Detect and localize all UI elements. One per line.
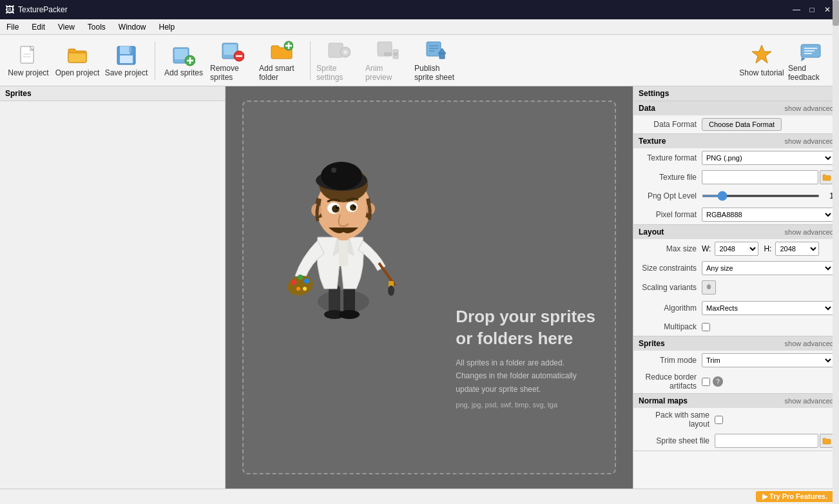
save-project-icon bbox=[115, 44, 138, 67]
show-tutorial-button[interactable]: Show tutorial bbox=[738, 37, 785, 84]
save-project-label: Save project bbox=[105, 68, 148, 77]
svg-point-52 bbox=[303, 287, 307, 291]
menu-help[interactable]: Help bbox=[153, 19, 182, 34]
open-project-button[interactable]: Open project bbox=[54, 37, 101, 84]
choose-data-format-btn[interactable]: Choose Data Format bbox=[702, 118, 782, 131]
normal-maps-show-advanced[interactable]: show advanced bbox=[785, 397, 834, 405]
svg-point-65 bbox=[337, 206, 338, 207]
add-smart-folder-button[interactable]: Add smart folder bbox=[258, 37, 305, 84]
canvas-area[interactable]: Drop your spritesor folders here All spr… bbox=[226, 86, 633, 489]
sprites-show-advanced[interactable]: show advanced bbox=[785, 340, 834, 347]
remove-sprites-label: Remove sprites bbox=[210, 64, 255, 82]
sprite-sheet-file-input[interactable] bbox=[715, 434, 818, 448]
pixel-format-select[interactable]: RGBA8888 RGB888 RGBA4444 RGB565 RGBA5551 bbox=[702, 208, 834, 222]
show-tutorial-icon bbox=[750, 44, 773, 67]
send-feedback-button[interactable]: Send feedback bbox=[787, 37, 834, 84]
remove-sprites-button[interactable]: Remove sprites bbox=[209, 37, 256, 84]
save-project-button[interactable]: Save project bbox=[103, 37, 149, 84]
png-opt-level-slider[interactable] bbox=[702, 195, 820, 197]
menu-edit[interactable]: Edit bbox=[25, 19, 52, 34]
data-show-advanced[interactable]: show advanced bbox=[785, 104, 834, 112]
add-sprites-button[interactable]: Add sprites bbox=[160, 37, 207, 84]
size-constraints-select[interactable]: Any size Power of 2 Square bbox=[702, 261, 834, 275]
svg-marker-34 bbox=[801, 57, 805, 61]
multipack-checkbox[interactable] bbox=[702, 323, 710, 331]
anim-preview-button: Anim preview bbox=[365, 37, 411, 84]
texture-format-select[interactable]: PNG (.png) JPG (.jpg) BMP (.bmp) TGA (.t… bbox=[702, 151, 834, 165]
sprites-list[interactable] bbox=[0, 101, 225, 489]
layout-show-advanced[interactable]: show advanced bbox=[785, 228, 834, 236]
maximize-btn[interactable]: □ bbox=[805, 3, 818, 16]
texture-file-input[interactable] bbox=[702, 170, 818, 184]
max-size-h-label: H: bbox=[764, 244, 771, 253]
svg-point-51 bbox=[296, 287, 300, 291]
algorithm-control: MaxRects Basic Grid Polygon bbox=[702, 301, 834, 315]
open-project-icon bbox=[66, 44, 89, 67]
layout-section-header: Layout show advanced bbox=[633, 225, 839, 239]
menu-view[interactable]: View bbox=[52, 19, 81, 34]
svg-point-58 bbox=[331, 168, 336, 173]
sprite-sheet-file-folder-btn[interactable] bbox=[820, 434, 834, 448]
settings-scrollbar-track[interactable] bbox=[833, 86, 839, 489]
add-smart-folder-icon bbox=[270, 39, 293, 63]
toolbar-separator-1 bbox=[155, 41, 155, 80]
add-smart-folder-label: Add smart folder bbox=[259, 64, 304, 82]
data-section-label: Data bbox=[639, 104, 655, 113]
drop-title: Drop your spritesor folders here bbox=[456, 306, 595, 350]
character-illustration bbox=[282, 128, 405, 329]
menu-tools[interactable]: Tools bbox=[81, 19, 112, 34]
remove-sprites-icon bbox=[221, 39, 244, 63]
texture-file-folder-btn[interactable] bbox=[820, 170, 834, 184]
pack-same-layout-control bbox=[715, 416, 834, 424]
png-opt-level-row: Png Opt Level 1 bbox=[633, 187, 839, 205]
canvas-inner[interactable]: Drop your spritesor folders here All spr… bbox=[242, 101, 616, 474]
pack-same-layout-label: Pack with same layout bbox=[639, 411, 709, 429]
minimize-btn[interactable]: — bbox=[790, 3, 803, 16]
anim-preview-label: Anim preview bbox=[365, 64, 410, 82]
sprites-header: Sprites bbox=[0, 86, 225, 101]
sprite-settings-label: Sprite settings bbox=[316, 64, 362, 82]
publish-sprite-sheet-button[interactable]: Publish sprite sheet bbox=[414, 37, 460, 84]
svg-rect-27 bbox=[427, 42, 441, 56]
normal-maps-section: Normal maps show advanced Pack with same… bbox=[633, 394, 839, 451]
texture-show-advanced[interactable]: show advanced bbox=[785, 137, 834, 145]
max-size-w-select[interactable]: 1282565121024 204840968192 bbox=[715, 242, 758, 256]
texture-section-label: Texture bbox=[639, 137, 666, 146]
svg-point-66 bbox=[354, 204, 356, 206]
sprites-section-header: Sprites show advanced bbox=[633, 336, 839, 351]
add-sprites-label: Add sprites bbox=[164, 68, 203, 77]
new-project-button[interactable]: New project bbox=[5, 37, 52, 84]
title-bar-controls[interactable]: — □ ✕ bbox=[790, 3, 834, 16]
svg-rect-4 bbox=[120, 46, 130, 54]
sprites-section: Sprites show advanced Trim mode None Tri… bbox=[633, 336, 839, 394]
svg-rect-24 bbox=[378, 52, 384, 56]
publish-sprite-sheet-icon bbox=[425, 39, 448, 63]
scaling-variants-gear-btn[interactable] bbox=[702, 280, 716, 295]
data-format-control: Choose Data Format bbox=[702, 118, 834, 131]
drop-subtitle: All sprites in a folder are added.Change… bbox=[456, 356, 595, 396]
reduce-border-info: ? bbox=[713, 376, 723, 387]
texture-format-row: Texture format PNG (.png) JPG (.jpg) BMP… bbox=[633, 148, 839, 168]
open-project-label: Open project bbox=[55, 68, 100, 77]
reduce-border-checkbox[interactable] bbox=[702, 378, 710, 386]
toolbar-separator-2 bbox=[310, 41, 311, 80]
trim-mode-select[interactable]: None Trim Crop bbox=[702, 353, 834, 367]
try-pro-features-btn[interactable]: ▶ Try Pro Features. bbox=[756, 491, 834, 502]
normal-maps-section-header: Normal maps show advanced bbox=[633, 394, 839, 408]
sprite-sheet-file-control bbox=[715, 434, 834, 448]
algorithm-select[interactable]: MaxRects Basic Grid Polygon bbox=[702, 301, 834, 315]
reduce-border-control: ? bbox=[702, 376, 834, 387]
max-size-h-select[interactable]: 1282565121024 204840968192 bbox=[775, 242, 819, 256]
normal-maps-section-label: Normal maps bbox=[639, 396, 688, 405]
menu-window[interactable]: Window bbox=[112, 19, 153, 34]
size-constraints-row: Size constraints Any size Power of 2 Squ… bbox=[633, 258, 839, 278]
new-project-label: New project bbox=[8, 68, 48, 77]
trim-mode-row: Trim mode None Trim Crop bbox=[633, 351, 839, 370]
layout-section: Layout show advanced Max size W: 1282565… bbox=[633, 225, 839, 336]
svg-rect-6 bbox=[129, 47, 131, 52]
sprite-sheet-file-row: Sprite sheet file bbox=[633, 431, 839, 451]
size-constraints-label: Size constraints bbox=[639, 264, 697, 273]
close-btn[interactable]: ✕ bbox=[821, 3, 834, 16]
menu-file[interactable]: File bbox=[0, 19, 25, 34]
pack-same-layout-checkbox[interactable] bbox=[715, 416, 723, 424]
